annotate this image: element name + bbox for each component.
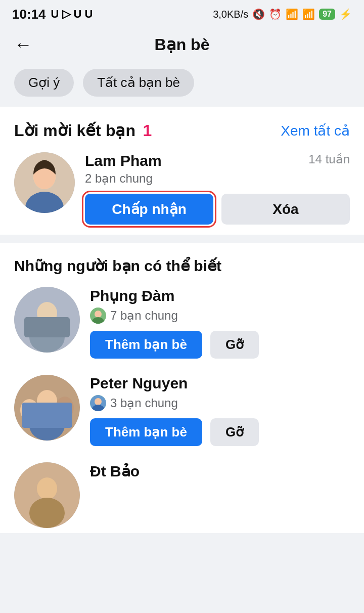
list-item: Peter Nguyen 3 bạn chung Thêm bạn bè Gỡ: [14, 375, 350, 446]
know-title: Những người bạn có thể biết: [14, 257, 350, 275]
avatar-image: [14, 152, 75, 213]
request-name: Lam Pham: [85, 152, 162, 169]
signal-icon: 📶: [286, 8, 298, 20]
person-actions: Thêm bạn bè Gỡ: [90, 418, 350, 446]
avatar: [14, 462, 80, 528]
friend-request-item: Lam Pham 14 tuần 2 bạn chung Chấp nhận X…: [14, 152, 350, 225]
carrier-icons: U ▷ U U: [51, 8, 93, 21]
status-bar: 10:14 U ▷ U U 3,0KB/s 🔇 ⏰ 📶 📶 97 ⚡: [0, 0, 364, 26]
avatar: [14, 152, 75, 213]
page-title: Bạn bè: [155, 35, 210, 54]
remove-button[interactable]: Gỡ: [210, 418, 259, 446]
svg-point-9: [95, 311, 102, 318]
mutual-text: 7 bạn chung: [110, 309, 178, 323]
alarm-icon: ⏰: [269, 8, 282, 20]
friend-requests-card: Lời mời kết bạn 1 Xem tất cả Lam Pham 14…: [0, 107, 364, 235]
section-header: Lời mời kết bạn 1 Xem tất cả: [14, 121, 350, 140]
section-title: Lời mời kết bạn: [14, 121, 135, 140]
status-time: 10:14: [12, 7, 46, 22]
svg-point-21: [37, 477, 57, 500]
tab-all-friends[interactable]: Tất cả bạn bè: [83, 69, 194, 97]
charging-icon: ⚡: [339, 8, 352, 20]
list-item: Đt Bảo: [14, 462, 350, 528]
person-name: Peter Nguyen: [90, 375, 350, 392]
wifi-icon: 📶: [302, 8, 315, 20]
svg-rect-7: [24, 317, 70, 337]
request-info: Lam Pham 14 tuần 2 bạn chung Chấp nhận X…: [85, 152, 350, 225]
avatar-image: [14, 287, 80, 353]
request-name-row: Lam Pham 14 tuần: [85, 152, 350, 169]
battery-indicator: 97: [319, 9, 335, 20]
svg-rect-16: [22, 403, 72, 428]
speed-indicator: 3,0KB/s: [213, 9, 248, 20]
status-icons: 3,0KB/s 🔇 ⏰ 📶 📶 97 ⚡: [213, 8, 352, 20]
person-name: Đt Bảo: [90, 462, 350, 480]
see-all-button[interactable]: Xem tất cả: [281, 122, 350, 139]
avatar-image: [14, 462, 80, 528]
avatar: [14, 375, 80, 441]
add-friend-button[interactable]: Thêm bạn bè: [90, 331, 202, 359]
top-nav: ← Bạn bè: [0, 26, 364, 63]
person-actions: Thêm bạn bè Gỡ: [90, 331, 350, 359]
request-mutual: 2 bạn chung: [85, 171, 350, 186]
mutual-text: 3 bạn chung: [110, 396, 178, 410]
mutual-avatar: [90, 308, 106, 324]
filter-tabs: Gợi ý Tất cả bạn bè: [0, 63, 364, 107]
tab-suggestion[interactable]: Gợi ý: [14, 69, 74, 97]
person-info: Peter Nguyen 3 bạn chung Thêm bạn bè Gỡ: [90, 375, 350, 446]
mute-icon: 🔇: [252, 8, 265, 20]
avatar-image: [14, 375, 80, 441]
delete-button[interactable]: Xóa: [221, 194, 350, 225]
svg-point-18: [95, 398, 102, 405]
svg-point-22: [29, 498, 65, 528]
request-count: 1: [143, 121, 152, 140]
request-actions: Chấp nhận Xóa: [85, 194, 350, 225]
mutual-avatar: [90, 395, 106, 411]
person-info: Đt Bảo: [90, 462, 350, 483]
avatar: [14, 287, 80, 353]
mutual-row: 7 bạn chung: [90, 308, 350, 324]
mutual-row: 3 bạn chung: [90, 395, 350, 411]
add-friend-button[interactable]: Thêm bạn bè: [90, 418, 202, 446]
back-button[interactable]: ←: [14, 34, 32, 55]
accept-button[interactable]: Chấp nhận: [85, 194, 213, 225]
person-name: Phụng Đàm: [90, 287, 350, 304]
request-time: 14 tuần: [308, 152, 350, 166]
section-title-group: Lời mời kết bạn 1: [14, 121, 152, 140]
people-you-may-know: Những người bạn có thể biết Phụng Đàm 7 …: [0, 243, 364, 533]
list-item: Phụng Đàm 7 bạn chung Thêm bạn bè Gỡ: [14, 287, 350, 359]
remove-button[interactable]: Gỡ: [210, 331, 259, 359]
person-info: Phụng Đàm 7 bạn chung Thêm bạn bè Gỡ: [90, 287, 350, 359]
